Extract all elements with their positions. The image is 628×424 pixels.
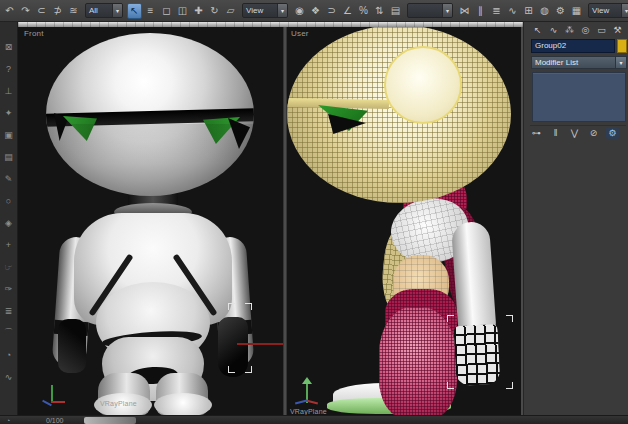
select-and-move-icon[interactable]: ✚ xyxy=(191,3,206,19)
modifier-stack-buttons: ⊶‖⋁⊘⚙ xyxy=(530,125,626,138)
robot-side-model[interactable]: VRayPlane xyxy=(287,27,521,415)
selection-brackets-user xyxy=(447,315,513,389)
dropdown-arrow-icon[interactable]: ▾ xyxy=(112,4,122,17)
modify-tab-icon[interactable]: ∿ xyxy=(546,23,561,36)
command-panel-tabs: ↖∿⁂◎▭⚒ xyxy=(530,23,626,37)
help-icon[interactable]: ? xyxy=(2,62,16,75)
axis-right-red xyxy=(306,400,318,405)
axis-tripod-front xyxy=(40,385,66,409)
viewport-user[interactable]: User xyxy=(287,27,523,415)
modifier-list-dropdown[interactable]: Modifier List ▾ xyxy=(531,56,627,69)
lens-icon[interactable]: ○ xyxy=(2,194,16,207)
render-view-dropdown[interactable]: View▾ xyxy=(588,3,628,18)
motion-tab-icon[interactable]: ◎ xyxy=(578,23,593,36)
render-view-dropdown-label: View xyxy=(589,6,621,15)
modifier-stack-list[interactable] xyxy=(532,72,626,122)
time-icon[interactable]: ◔ xyxy=(6,416,10,424)
schematic-view-icon[interactable]: ⊞ xyxy=(521,3,536,19)
angle-snap-icon[interactable]: ∠ xyxy=(340,3,355,19)
bind-to-space-warp-icon[interactable]: ≋ xyxy=(66,3,81,19)
mirror-icon[interactable]: ⋈ xyxy=(457,3,472,19)
layer-manager-icon[interactable]: ≣ xyxy=(489,3,504,19)
frame-indicator: 0/100 xyxy=(46,417,64,424)
curve-editor-icon[interactable]: ∿ xyxy=(505,3,520,19)
material-editor-icon[interactable]: ◍ xyxy=(537,3,552,19)
display-tab-icon[interactable]: ▭ xyxy=(594,23,609,36)
rendered-frame-icon[interactable]: ▦ xyxy=(569,3,584,19)
create-tab-icon[interactable]: ↖ xyxy=(530,23,545,36)
layers-icon[interactable]: ▤ xyxy=(2,150,16,163)
bone-icon[interactable]: ⌒ xyxy=(2,326,16,339)
object-label-user: VRayPlane xyxy=(290,408,327,415)
side-head-wire xyxy=(287,27,511,203)
undo-icon[interactable]: ↶ xyxy=(2,3,17,19)
edit-named-selections-icon[interactable]: ▤ xyxy=(388,3,403,19)
robot-front-model[interactable]: VRayPlane xyxy=(18,27,283,415)
reference-coordinate-dropdown[interactable]: View▾ xyxy=(242,3,288,18)
object-name-field[interactable]: Group02 xyxy=(531,39,615,53)
command-panel: ↖∿⁂◎▭⚒ Group02 Modifier List ▾ ⊶‖⋁⊘⚙ xyxy=(523,22,628,424)
modifier-list-label: Modifier List xyxy=(532,57,615,68)
axis-x-red xyxy=(51,401,65,403)
viewport-front[interactable]: Front xyxy=(18,27,283,415)
object-label-front: VRayPlane xyxy=(100,400,137,407)
3d-app-window: ↶↷⊂⊅≋All▾↖≡◻◫✚↻▱View▾◉❖⊃∠%⇅▤▾⋈∥≣∿⊞◍⚙▦Vie… xyxy=(0,0,628,424)
align-icon[interactable]: ∥ xyxy=(473,3,488,19)
plus-icon[interactable]: + xyxy=(2,238,16,251)
image-icon[interactable]: ▣ xyxy=(2,128,16,141)
dropdown-arrow-icon[interactable]: ▾ xyxy=(442,4,452,17)
star-icon[interactable]: ✦ xyxy=(2,106,16,119)
hand-icon[interactable]: ☞ xyxy=(2,260,16,273)
percent-snap-icon[interactable]: % xyxy=(356,3,371,19)
unlink-selection-icon[interactable]: ⊅ xyxy=(50,3,65,19)
viewport-label-user[interactable]: User xyxy=(291,30,309,38)
axis-tripod-user xyxy=(293,379,321,409)
gem-icon[interactable]: ◈ xyxy=(2,216,16,229)
plumb-line-icon[interactable]: ⊥ xyxy=(2,84,16,97)
main-toolbar: ↶↷⊂⊅≋All▾↖≡◻◫✚↻▱View▾◉❖⊃∠%⇅▤▾⋈∥≣∿⊞◍⚙▦Vie… xyxy=(0,0,628,22)
robot-head xyxy=(46,33,254,196)
robot-right-kneecap xyxy=(154,393,212,415)
left-toolbar: ⊠?⊥✦▣▤✎○◈+☞✑≣⌒◔∿ xyxy=(0,22,18,415)
configure-modifier-sets-icon[interactable]: ⚙ xyxy=(606,127,619,139)
spinner-snap-icon[interactable]: ⇅ xyxy=(372,3,387,19)
dropdown-arrow-icon[interactable]: ▾ xyxy=(621,4,628,17)
select-and-link-icon[interactable]: ⊂ xyxy=(34,3,49,19)
render-setup-icon[interactable]: ⚙ xyxy=(553,3,568,19)
time-slider-handle[interactable] xyxy=(84,417,136,424)
selection-filter-dropdown-label: All xyxy=(86,6,112,15)
select-and-rotate-icon[interactable]: ↻ xyxy=(207,3,222,19)
brush-icon[interactable]: ✑ xyxy=(2,282,16,295)
snap-toggle-icon[interactable]: ⊃ xyxy=(324,3,339,19)
wave-icon[interactable]: ∿ xyxy=(2,370,16,383)
select-and-manipulate-icon[interactable]: ❖ xyxy=(308,3,323,19)
cube-icon[interactable]: ⊠ xyxy=(2,40,16,53)
face-circle-outline xyxy=(384,46,462,124)
robot-head-lower-shade xyxy=(46,124,254,196)
selection-brackets-front xyxy=(228,303,252,373)
utilities-tab-icon[interactable]: ⚒ xyxy=(610,23,625,36)
named-selection-sets-dropdown[interactable]: ▾ xyxy=(407,3,453,18)
rectangular-selection-icon[interactable]: ◻ xyxy=(159,3,174,19)
redo-icon[interactable]: ↷ xyxy=(18,3,33,19)
hierarchy-tab-icon[interactable]: ⁂ xyxy=(562,23,577,36)
track-bar[interactable]: ◔ 0/100 xyxy=(0,415,628,424)
object-color-swatch[interactable] xyxy=(617,39,627,53)
robot-left-hand xyxy=(58,319,86,373)
use-pivot-center-icon[interactable]: ◉ xyxy=(292,3,307,19)
remove-modifier-icon[interactable]: ⊘ xyxy=(587,127,600,139)
chevron-down-icon[interactable]: ▾ xyxy=(615,57,626,68)
pencil-icon[interactable]: ✎ xyxy=(2,172,16,185)
dropdown-arrow-icon[interactable]: ▾ xyxy=(277,4,287,17)
pin-stack-icon[interactable]: ⊶ xyxy=(530,127,543,139)
selection-filter-dropdown[interactable]: All▾ xyxy=(85,3,123,18)
select-object-icon[interactable]: ↖ xyxy=(127,3,142,19)
list-icon[interactable]: ≣ xyxy=(2,304,16,317)
select-and-scale-icon[interactable]: ▱ xyxy=(223,3,238,19)
make-unique-icon[interactable]: ⋁ xyxy=(568,127,581,139)
select-by-name-icon[interactable]: ≡ xyxy=(143,3,158,19)
side-visor-bar xyxy=(287,98,389,109)
window-crossing-icon[interactable]: ◫ xyxy=(175,3,190,19)
show-end-result-icon[interactable]: ‖ xyxy=(549,127,562,139)
sphere-icon[interactable]: ◔ xyxy=(2,348,16,361)
